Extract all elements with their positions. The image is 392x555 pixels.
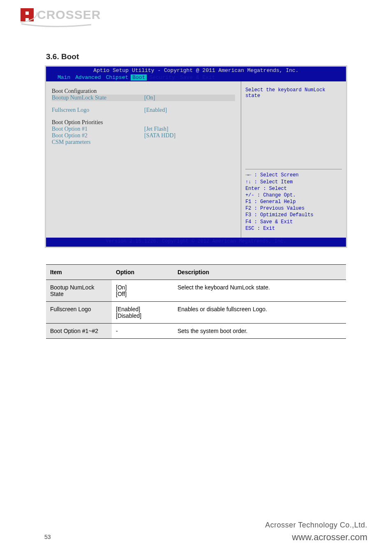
boot-option-1-label: Boot Option #1 <box>52 126 144 132</box>
numlock-label: Bootup NumLock State <box>52 95 144 101</box>
numlock-value: [On] <box>144 95 155 101</box>
bios-footer: Version 2.15.1226. Copyright © 2012 Amer… <box>46 238 346 247</box>
section-number: 3.6. <box>46 52 59 61</box>
table-header-row: Item Option Description <box>46 265 346 280</box>
bios-titlebar: Aptio Setup Utility - Copyright @ 2011 A… <box>46 67 346 81</box>
boot-priorities-header: Boot Option Priorities <box>52 119 235 126</box>
cell-option: - <box>112 324 173 339</box>
cell-desc: Enables or disable fullscreen Logo. <box>173 302 346 324</box>
table-row: Boot Option #1~#2 - Sets the system boot… <box>46 324 346 339</box>
boot-option-1-value: [Jet Flash] <box>144 126 168 132</box>
tab-main[interactable]: Main <box>55 74 73 81</box>
th-item: Item <box>46 265 112 280</box>
section-heading: 3.6. Boot <box>46 52 392 61</box>
options-table: Item Option Description Bootup NumLock S… <box>46 264 346 339</box>
help-keys: →← : Select Screen ↑↓ : Select Item Ente… <box>245 169 342 232</box>
table-row: Fullscreen Logo [Enabled] [Disabled] Ena… <box>46 302 346 324</box>
numlock-row[interactable]: Bootup NumLock State [On] <box>52 95 235 101</box>
fullscreen-value: [Enabled] <box>144 107 167 113</box>
boot-option-1-row[interactable]: Boot Option #1 [Jet Flash] <box>52 126 235 132</box>
cell-option: [On] [Off] <box>112 280 173 302</box>
fullscreen-row[interactable]: Fullscreen Logo [Enabled] <box>52 107 235 113</box>
bios-right-pane: Select the keyboard NumLock state →← : S… <box>241 81 346 238</box>
key-f2: F2 : Previous Values <box>245 205 342 212</box>
key-f1: F1 : General Help <box>245 199 342 205</box>
cell-item: Bootup NumLock State <box>46 280 112 302</box>
fullscreen-label: Fullscreen Logo <box>52 107 144 113</box>
tab-advanced[interactable]: Advanced <box>73 74 103 81</box>
table-row: Bootup NumLock State [On] [Off] Select t… <box>46 280 346 302</box>
boot-option-2-value: [SATA HDD] <box>144 132 175 139</box>
acrosser-logo: CROSSER <box>17 4 132 31</box>
boot-option-2-row[interactable]: Boot Option #2 [SATA HDD] <box>52 132 235 139</box>
key-esc: ESC : Exit <box>245 225 342 232</box>
tab-security[interactable]: Security <box>147 74 177 81</box>
cell-desc: Select the keyboard NumLock state. <box>173 280 346 302</box>
section-title: Boot <box>61 52 79 61</box>
key-f4: F4 : Save & Exit <box>245 219 342 225</box>
csm-parameters[interactable]: CSM parameters <box>52 139 235 146</box>
th-description: Description <box>173 265 346 280</box>
bios-left-pane: Boot Configuration Bootup NumLock State … <box>46 81 241 238</box>
footer-url: www.acrosser.com <box>265 532 367 543</box>
tab-boot[interactable]: Boot <box>131 74 147 81</box>
bios-screenshot: Aptio Setup Utility - Copyright @ 2011 A… <box>45 65 347 248</box>
boot-config-header: Boot Configuration <box>52 88 235 95</box>
bios-tabs: Main Advanced Chipset Boot Security Save… <box>46 74 346 81</box>
tab-save-exit[interactable]: Save & Exit <box>178 74 218 81</box>
page-footer: Acrosser Technology Co.,Ltd. www.acrosse… <box>265 521 367 543</box>
help-text: Select the keyboard NumLock state <box>245 87 342 99</box>
cell-item: Boot Option #1~#2 <box>46 324 112 339</box>
key-change-opt: +/- : Change Opt. <box>245 192 342 199</box>
key-select-screen: →← : Select Screen <box>245 172 342 178</box>
key-select-item: ↑↓ : Select Item <box>245 179 342 185</box>
cell-item: Fullscreen Logo <box>46 302 112 324</box>
cell-desc: Sets the system boot order. <box>173 324 346 339</box>
footer-company: Acrosser Technology Co.,Ltd. <box>265 521 367 530</box>
key-enter: Enter : Select <box>245 185 342 192</box>
th-option: Option <box>112 265 173 280</box>
tab-chipset[interactable]: Chipset <box>104 74 131 81</box>
page-number: 53 <box>44 534 51 540</box>
svg-text:CROSSER: CROSSER <box>37 8 101 21</box>
key-f3: F3 : Optimized Defaults <box>245 212 342 218</box>
bios-body: Boot Configuration Bootup NumLock State … <box>46 81 346 238</box>
cell-option: [Enabled] [Disabled] <box>112 302 173 324</box>
boot-option-2-label: Boot Option #2 <box>52 132 144 139</box>
bios-title: Aptio Setup Utility - Copyright @ 2011 A… <box>46 67 346 74</box>
